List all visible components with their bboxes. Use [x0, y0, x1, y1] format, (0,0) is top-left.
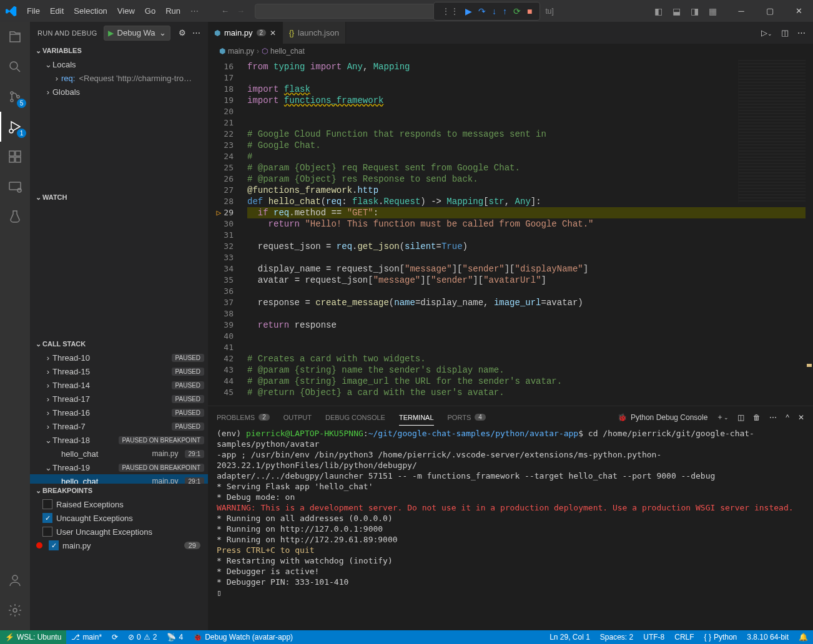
bp-uncaught[interactable]: ✓Uncaught Exceptions [30, 511, 208, 525]
activity-settings-icon[interactable] [0, 595, 30, 625]
window-close-icon[interactable]: ✕ [784, 0, 813, 22]
activity-scm-icon[interactable]: 5 [0, 82, 30, 112]
callstack-row[interactable]: ›Thread-15PAUSED [30, 364, 208, 378]
status-interpreter[interactable]: 3.8.10 64-bit [742, 630, 794, 644]
editor-more-icon[interactable]: ⋯ [797, 28, 806, 37]
nav-back-icon[interactable]: ← [221, 6, 229, 16]
status-problems[interactable]: ⊘ 0 ⚠ 2 [123, 630, 162, 644]
debug-stop-icon[interactable]: ■ [527, 6, 532, 16]
layout-panel-icon[interactable]: ⬓ [673, 6, 681, 16]
status-sync[interactable]: ⟳ [107, 630, 123, 644]
run-file-icon[interactable]: ▷⌄ [761, 28, 772, 37]
debug-restart-icon[interactable]: ⟳ [513, 6, 521, 16]
activity-extensions-icon[interactable] [0, 142, 30, 172]
debug-continue-icon[interactable]: ▶ [465, 6, 472, 16]
debug-step-into-icon[interactable]: ↓ [492, 6, 496, 16]
breadcrumb-symbol[interactable]: hello_chat [270, 47, 305, 56]
menu-view[interactable]: View [112, 6, 140, 16]
breadcrumb[interactable]: ⬢ main.py › ⬡ hello_chat [208, 44, 813, 59]
bp-raised[interactable]: Raised Exceptions [30, 497, 208, 511]
terminal-split-icon[interactable]: ◫ [737, 413, 744, 422]
status-cursor[interactable]: Ln 29, Col 1 [544, 630, 595, 644]
callstack-row[interactable]: ›Thread-10PAUSED [30, 351, 208, 364]
terminal-content[interactable]: (env) pierrick@LAPTOP-HKU5PNNG:~/git/goo… [208, 428, 813, 630]
callstack-row[interactable]: ›Thread-7PAUSED [30, 419, 208, 433]
callstack-row[interactable]: ⌄Thread-18PAUSED ON BREAKPOINT [30, 433, 208, 447]
status-encoding[interactable]: UTF-8 [638, 630, 669, 644]
callstack-row[interactable]: hello_chatmain.py29:1 [30, 447, 208, 461]
debug-start-icon[interactable]: ▶ [108, 29, 114, 37]
menu-run[interactable]: Run [160, 6, 185, 16]
callstack-row[interactable]: ›Thread-14PAUSED [30, 378, 208, 392]
debug-step-out-icon[interactable]: ↑ [503, 6, 507, 16]
status-notifications-icon[interactable]: 🔔 [794, 630, 813, 644]
command-center[interactable] [255, 4, 436, 19]
layout-customize-icon[interactable]: ▦ [709, 6, 717, 16]
menu-overflow-icon[interactable]: ⋯ [185, 6, 204, 16]
activity-testing-icon[interactable] [0, 202, 30, 232]
bp-user-uncaught[interactable]: User Uncaught Exceptions [30, 525, 208, 539]
variables-globals[interactable]: ›Globals [30, 85, 208, 99]
breakpoints-section-head[interactable]: ⌄BREAKPOINTS [30, 484, 208, 497]
debug-step-over-icon[interactable]: ↷ [478, 6, 486, 16]
panel-tab-debug-console[interactable]: DEBUG CONSOLE [325, 414, 385, 421]
window-maximize-icon[interactable]: ▢ [756, 0, 784, 22]
debug-config-select[interactable]: ▶ Debug Wa ⌄ [104, 26, 170, 41]
breadcrumb-file[interactable]: main.py [228, 47, 254, 56]
bp-file-mainpy[interactable]: ✓main.py29 [30, 539, 208, 552]
panel-maximize-icon[interactable]: ^ [786, 413, 789, 422]
panel-tab-terminal[interactable]: TERMINAL [399, 414, 434, 426]
split-editor-icon[interactable]: ◫ [781, 28, 789, 37]
activity-debug-icon[interactable]: 1 [0, 112, 30, 142]
activity-account-icon[interactable] [0, 565, 30, 595]
debug-grip-icon[interactable]: ⋮⋮ [441, 6, 459, 16]
tab-label: launch.json [298, 28, 339, 37]
status-spaces[interactable]: Spaces: 2 [595, 630, 638, 644]
tab-close-icon[interactable]: ✕ [270, 29, 276, 37]
terminal-more-icon[interactable]: ⋯ [769, 413, 777, 422]
code-content[interactable]: from typing import Any, Mapping import f… [242, 59, 813, 406]
status-branch[interactable]: ⎇ main* [66, 630, 107, 644]
callstack-row[interactable]: ›Thread-17PAUSED [30, 392, 208, 406]
panel-tab-problems[interactable]: PROBLEMS2 [217, 414, 270, 421]
menu-go[interactable]: Go [140, 6, 160, 16]
window-minimize-icon[interactable]: ─ [727, 0, 756, 22]
tab-launch-json[interactable]: {}launch.json [283, 22, 346, 44]
status-remote[interactable]: ⚡ WSL: Ubuntu [0, 630, 66, 644]
debug-more-icon[interactable]: ⋯ [192, 28, 200, 37]
variables-locals[interactable]: ⌄Locals [30, 57, 208, 71]
status-bar: ⚡ WSL: Ubuntu ⎇ main* ⟳ ⊘ 0 ⚠ 2 📡 4 🐞 De… [0, 630, 813, 644]
menu-file[interactable]: File [22, 6, 45, 16]
callstack-row[interactable]: ⌄Thread-19PAUSED ON BREAKPOINT [30, 461, 208, 474]
chevron-down-icon[interactable]: ⌄ [159, 28, 166, 37]
variables-section-head[interactable]: ⌄VARIABLES [30, 44, 208, 57]
tab-main-py[interactable]: ⬢main.py2✕ [208, 22, 283, 44]
nav-forward-icon[interactable]: → [237, 6, 245, 16]
callstack-row[interactable]: ›Thread-16PAUSED [30, 406, 208, 419]
activity-remote-explorer-icon[interactable] [0, 172, 30, 202]
menu-selection[interactable]: Selection [69, 6, 112, 16]
panel-tab-output[interactable]: OUTPUT [283, 414, 312, 421]
terminal-select[interactable]: 🐞 Python Debug Console [618, 413, 707, 422]
layout-sidebar-left-icon[interactable]: ◧ [654, 6, 663, 16]
debug-settings-icon[interactable]: ⚙ [179, 28, 186, 37]
status-eol[interactable]: CRLF [669, 630, 699, 644]
callstack-row[interactable]: hello_chatmain.py29:1 [30, 474, 208, 484]
status-lang[interactable]: { } Python [699, 630, 742, 644]
variable-req[interactable]: ›req:<Request 'http://charming-tro… [30, 71, 208, 85]
editor[interactable]: 16171819202122232425262728▷2930313233343… [208, 59, 813, 406]
overview-ruler [806, 59, 813, 406]
layout-sidebar-right-icon[interactable]: ◨ [691, 6, 699, 16]
panel-tab-ports[interactable]: PORTS4 [448, 414, 486, 421]
status-debug[interactable]: 🐞 Debug Watch (avatar-app) [188, 630, 298, 644]
activity-search-icon[interactable] [0, 52, 30, 82]
watch-section-head[interactable]: ⌄WATCH [30, 190, 208, 204]
status-ports[interactable]: 📡 4 [162, 630, 188, 644]
svg-point-0 [10, 62, 17, 69]
callstack-section-head[interactable]: ⌄CALL STACK [30, 337, 208, 351]
activity-explorer-icon[interactable] [0, 22, 30, 52]
menu-edit[interactable]: Edit [45, 6, 69, 16]
terminal-new-icon[interactable]: ＋⌄ [716, 412, 729, 422]
panel-close-icon[interactable]: ✕ [798, 413, 804, 422]
terminal-kill-icon[interactable]: 🗑 [753, 413, 761, 422]
